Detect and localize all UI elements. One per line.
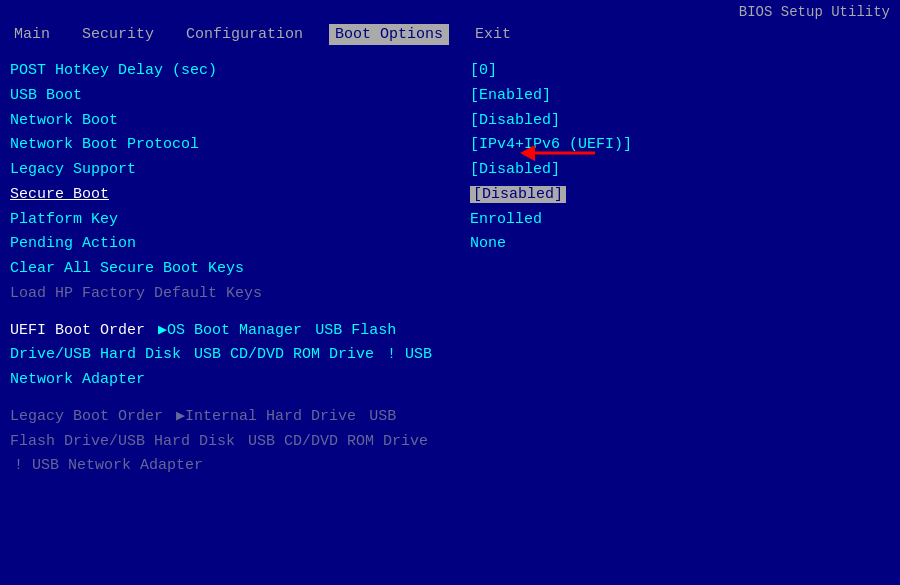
menu-item-configuration[interactable]: Configuration bbox=[180, 24, 309, 45]
gap2 bbox=[10, 393, 450, 405]
uefi-item-2[interactable]: USB CD/DVD ROM Drive bbox=[190, 346, 374, 363]
main-content: POST HotKey Delay (sec) USB Boot Network… bbox=[0, 51, 900, 487]
option-network-boot-protocol[interactable]: Network Boot Protocol bbox=[10, 133, 450, 158]
red-arrow-indicator bbox=[515, 138, 605, 173]
value-usb-boot: [Enabled] bbox=[470, 84, 890, 109]
value-secure-boot-highlight: [Disabled] bbox=[470, 186, 566, 203]
menu-item-exit[interactable]: Exit bbox=[469, 24, 517, 45]
right-panel: [0] [Enabled] [Disabled] [IPv4+IPv6 (UEF… bbox=[450, 59, 890, 479]
option-clear-secure-boot[interactable]: Clear All Secure Boot Keys bbox=[10, 257, 450, 282]
gap1 bbox=[10, 307, 450, 319]
legacy-item-3: ! USB Network Adapter bbox=[10, 457, 203, 474]
option-platform-key[interactable]: Platform Key bbox=[10, 208, 450, 233]
option-network-boot[interactable]: Network Boot bbox=[10, 109, 450, 134]
value-secure-boot: [Disabled] bbox=[470, 183, 890, 208]
menu-item-boot-options[interactable]: Boot Options bbox=[329, 24, 449, 45]
uefi-item-0[interactable]: ▶OS Boot Manager bbox=[154, 322, 302, 339]
option-load-hp-factory: Load HP Factory Default Keys bbox=[10, 282, 450, 307]
option-secure-boot[interactable]: Secure Boot bbox=[10, 183, 450, 208]
value-pending-action: None bbox=[470, 232, 890, 257]
option-pending-action[interactable]: Pending Action bbox=[10, 232, 450, 257]
bios-title: BIOS Setup Utility bbox=[739, 4, 890, 20]
arrow-svg bbox=[515, 138, 605, 168]
svg-marker-1 bbox=[520, 145, 535, 161]
menu-bar: Main Security Configuration Boot Options… bbox=[0, 22, 900, 47]
legacy-item-0: ▶Internal Hard Drive bbox=[172, 408, 356, 425]
value-network-boot: [Disabled] bbox=[470, 109, 890, 134]
value-post-hotkey: [0] bbox=[470, 59, 890, 84]
left-panel: POST HotKey Delay (sec) USB Boot Network… bbox=[10, 59, 450, 479]
value-platform-key: Enrolled bbox=[470, 208, 890, 233]
title-bar: BIOS Setup Utility bbox=[0, 0, 900, 22]
legacy-header: Legacy Boot Order bbox=[10, 408, 163, 425]
legacy-item-2: USB CD/DVD ROM Drive bbox=[244, 433, 428, 450]
menu-item-main[interactable]: Main bbox=[8, 24, 56, 45]
option-legacy-support[interactable]: Legacy Support bbox=[10, 158, 450, 183]
uefi-header: UEFI Boot Order bbox=[10, 322, 145, 339]
menu-item-security[interactable]: Security bbox=[76, 24, 160, 45]
option-usb-boot[interactable]: USB Boot bbox=[10, 84, 450, 109]
option-post-hotkey[interactable]: POST HotKey Delay (sec) bbox=[10, 59, 450, 84]
